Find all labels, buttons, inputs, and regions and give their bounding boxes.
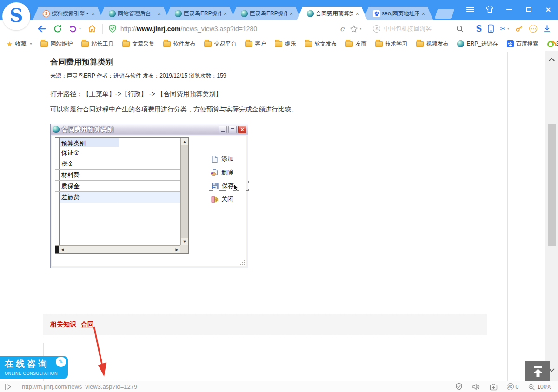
tab-close-icon[interactable]: × — [223, 10, 227, 17]
folder-icon — [204, 41, 212, 47]
favorites-menu[interactable]: ★收藏▾ — [7, 40, 32, 48]
erp-grid-row: 质保金 — [55, 181, 180, 192]
erp-close-icon: × — [238, 126, 246, 133]
globe-icon — [307, 10, 314, 17]
menu-icon[interactable] — [466, 5, 474, 13]
browser-tab-bar: S 搜狗搜索引擎 - × 网站管理后台 × 巨灵鸟ERP操作 × 巨灵鸟ERP操… — [0, 0, 558, 20]
skin-theme-icon[interactable] — [485, 5, 494, 13]
bookmark-erp-link[interactable]: ERP_进销存 — [457, 40, 498, 48]
erp-grid-header: 预算类别 — [60, 138, 119, 147]
bookmark-folder[interactable]: 交易平台 — [204, 40, 236, 48]
erp-button-panel: 添加 删除 保存 关闭 — [209, 154, 252, 208]
browser-toolbar: ▾ http://www.jlnrj.com/news_view3.asp?id… — [0, 20, 558, 37]
erp-close-button: 关闭 — [209, 194, 252, 204]
tab-seo[interactable]: seo,网页地址不 × — [363, 7, 433, 20]
close-button[interactable]: × — [544, 5, 552, 13]
back-to-top-button[interactable] — [525, 361, 550, 381]
home-icon[interactable] — [87, 24, 97, 33]
erp-grid-empty-row — [55, 214, 180, 225]
scrollbar-thumb[interactable] — [548, 124, 556, 246]
bookmark-baidu-link[interactable]: 百度搜索 — [507, 40, 538, 48]
tab-close-icon[interactable]: × — [157, 10, 161, 17]
favorite-star-icon[interactable] — [350, 25, 358, 33]
scroll-up-icon[interactable] — [549, 58, 555, 64]
scissors-dropdown-icon[interactable]: ▾ — [507, 26, 509, 31]
zoom-control[interactable]: 100% — [528, 383, 551, 391]
sidebar-play-icon[interactable] — [4, 384, 12, 390]
page-content: 合同费用预算类别 来源：巨灵鸟ERP 作者：进销存软件 发布：2019/12/1… — [0, 51, 558, 381]
new-tab-button[interactable] — [435, 9, 455, 19]
erp-add-button: 添加 — [209, 154, 252, 164]
erp-save-button: 保存 — [209, 181, 249, 191]
pen-icon: ✎ — [56, 357, 66, 367]
ad-blocker-status[interactable]: AD 0 — [507, 383, 519, 390]
tab-site-admin[interactable]: 网站管理后台 × — [99, 7, 169, 20]
globe-icon — [109, 10, 116, 17]
consultation-label-en: ONLINE CONSULTATION — [0, 370, 68, 376]
bookmark-folder[interactable]: 网站维护 — [40, 40, 73, 48]
folder-icon — [275, 41, 282, 47]
search-input[interactable] — [383, 25, 453, 32]
tab-sogou-search[interactable]: S 搜狗搜索引擎 - × — [33, 7, 103, 20]
bookmark-folder[interactable]: 站长工具 — [81, 40, 113, 48]
erp-dialog-body: 预算类别 保证金 税金 材料费 质保金 差旅费 ▲ ▼ — [52, 136, 246, 266]
favorite-dropdown-icon[interactable]: ▾ — [359, 26, 361, 31]
tab-close-icon[interactable]: × — [355, 10, 359, 17]
medkit-extension-icon[interactable] — [490, 383, 498, 391]
minimize-button[interactable] — [505, 5, 513, 13]
tab-erp-guide-2[interactable]: 巨灵鸟ERP操作 × — [231, 7, 301, 20]
tab-close-icon[interactable]: × — [91, 10, 95, 17]
mouse-cursor-icon — [233, 184, 239, 191]
related-label: 相关知识 — [50, 320, 76, 329]
erp-dialog-titlebar: 合同费用预算类别 × — [51, 124, 248, 135]
back-icon[interactable] — [36, 24, 46, 33]
sogou-search-icon: S — [43, 10, 50, 17]
tab-close-icon[interactable]: × — [289, 10, 293, 17]
maximize-button[interactable] — [525, 5, 533, 13]
search-engine-icon[interactable]: S — [373, 25, 380, 33]
add-page-icon — [211, 155, 219, 163]
bookmark-360-link[interactable]: 360搜 — [547, 40, 558, 48]
send-to-phone-icon[interactable] — [487, 24, 494, 33]
online-consultation-badge[interactable]: 在线咨询 ONLINE CONSULTATION ✎ — [0, 356, 68, 379]
erp-grid-row: 保证金 — [55, 147, 180, 158]
globe-icon — [53, 126, 60, 133]
ad-icon: AD — [507, 383, 514, 390]
security-shield-icon[interactable] — [108, 24, 117, 33]
erp-grid-empty-row — [55, 225, 180, 236]
bookmark-folder[interactable]: 软件发布 — [163, 40, 195, 48]
tab-erp-guide-1[interactable]: 巨灵鸟ERP操作 × — [165, 7, 235, 20]
scroll-right-icon: ► — [173, 246, 180, 253]
sogou-share-icon[interactable]: S — [476, 24, 482, 33]
article-open-path: 打开路径：【主菜单】->【行政】 -> 【合同费用预算类别】 — [50, 90, 222, 98]
ie-compat-icon[interactable]: e — [340, 24, 344, 33]
screenshot-scissors-icon[interactable]: ✂ — [500, 25, 506, 33]
password-key-icon[interactable] — [515, 24, 524, 33]
sogou-browser-logo[interactable]: S — [2, 2, 30, 30]
page-scrollbar[interactable] — [545, 51, 558, 381]
undo-dropdown-icon[interactable]: ▾ — [79, 26, 81, 31]
address-bar-url[interactable]: http://www.jlnrj.com/news_view3.asp?id=1… — [120, 25, 257, 33]
globe-icon — [241, 10, 248, 17]
bookmark-folder[interactable]: 技术学习 — [375, 40, 407, 48]
download-icon[interactable] — [543, 24, 551, 33]
save-disk-icon — [211, 182, 219, 190]
refresh-icon[interactable] — [53, 24, 62, 33]
tab-close-icon[interactable]: × — [421, 10, 425, 17]
undo-icon[interactable] — [69, 24, 78, 33]
tab-contract-budget-active[interactable]: 合同费用预算类 × — [297, 7, 367, 20]
bookmark-folder[interactable]: 客户 — [245, 40, 266, 48]
smiley-more-icon[interactable] — [529, 25, 537, 33]
folder-icon — [245, 41, 252, 47]
bookmark-folder[interactable]: 娱乐 — [275, 40, 296, 48]
bookmark-folder[interactable]: 视频发布 — [416, 40, 448, 48]
favorites-label: 收藏 — [15, 40, 26, 48]
speaker-icon[interactable] — [472, 383, 480, 391]
url-path: /news_view3.asp?id=1280 — [180, 25, 257, 33]
bookmark-folder[interactable]: 软文发布 — [305, 40, 337, 48]
search-icon[interactable] — [456, 25, 464, 33]
bookmark-folder[interactable]: 友商 — [345, 40, 366, 48]
bookmark-folder[interactable]: 文章采集 — [122, 40, 154, 48]
url-scheme: http:// — [120, 25, 137, 33]
security-check-icon[interactable] — [455, 383, 463, 391]
